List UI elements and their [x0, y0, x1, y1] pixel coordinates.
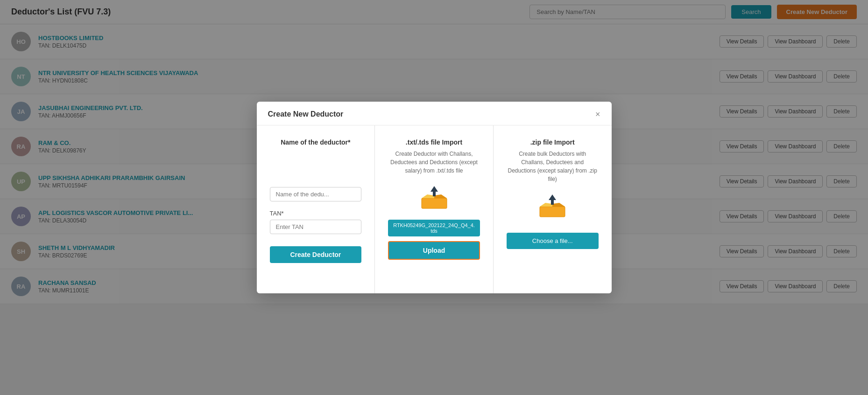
tan-field: TAN*	[270, 210, 362, 234]
svg-marker-11	[549, 194, 556, 205]
create-deductor-button[interactable]: Create Deductor	[270, 246, 362, 263]
zip-upload-icon-area	[507, 193, 599, 221]
tan-input[interactable]	[270, 220, 362, 234]
svg-rect-0	[422, 198, 447, 208]
modal-header: Create New Deductor ×	[257, 102, 612, 125]
svg-marker-5	[430, 186, 438, 196]
col1-title: Name of the deductor*	[270, 139, 362, 146]
modal-overlay: Create New Deductor × Name of the deduct…	[0, 0, 868, 395]
deductor-name-input[interactable]	[270, 187, 362, 201]
modal-col-txt: .txt/.tds file Import Create Deductor wi…	[375, 125, 494, 293]
modal-title: Create New Deductor	[268, 110, 344, 118]
col3-title: .zip file Import	[507, 139, 599, 146]
upload-box-icon	[418, 184, 451, 212]
svg-marker-3	[422, 194, 434, 198]
modal-close-button[interactable]: ×	[595, 110, 600, 118]
col2-desc: Create Deductor with Challans, Deductees…	[388, 150, 480, 175]
modal-col-zip: .zip file Import Create bulk Deductors w…	[494, 125, 612, 293]
txt-upload-icon-area	[388, 184, 480, 212]
svg-marker-10	[552, 203, 565, 207]
upload-button[interactable]: Upload	[388, 241, 480, 260]
modal-col-create: Name of the deductor* TAN* Create Deduct…	[257, 125, 375, 293]
svg-marker-4	[434, 194, 447, 198]
svg-marker-9	[540, 203, 552, 207]
tan-label: TAN*	[270, 210, 362, 217]
txt-file-name: RTKH05249G_202122_24Q_Q4_4.tds	[388, 220, 480, 236]
svg-rect-6	[540, 207, 565, 217]
zip-upload-box-icon	[536, 193, 569, 221]
choose-file-button[interactable]: Choose a file...	[507, 233, 599, 249]
col3-desc: Create bulk Deductors with Challans, Ded…	[507, 150, 599, 183]
deductor-name-field	[270, 150, 362, 201]
create-deductor-modal: Create New Deductor × Name of the deduct…	[257, 102, 612, 293]
modal-body: Name of the deductor* TAN* Create Deduct…	[257, 125, 612, 293]
col2-title: .txt/.tds file Import	[388, 139, 480, 146]
